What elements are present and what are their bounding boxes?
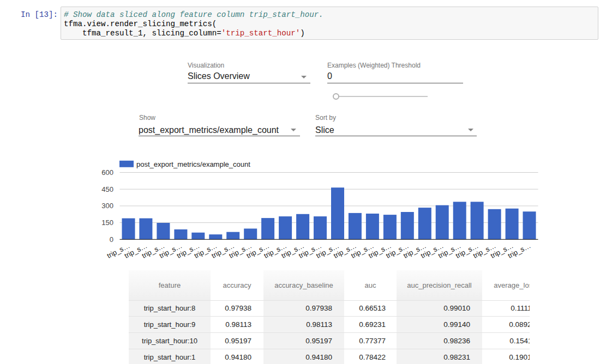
svg-text:150: 150 xyxy=(101,219,113,227)
svg-text:600: 600 xyxy=(101,168,113,177)
svg-text:450: 450 xyxy=(101,185,113,193)
svg-text:0: 0 xyxy=(110,235,113,244)
svg-text:300: 300 xyxy=(101,202,113,210)
svg-text:post_export_metrics/example_co: post_export_metrics/example_count xyxy=(136,160,250,168)
